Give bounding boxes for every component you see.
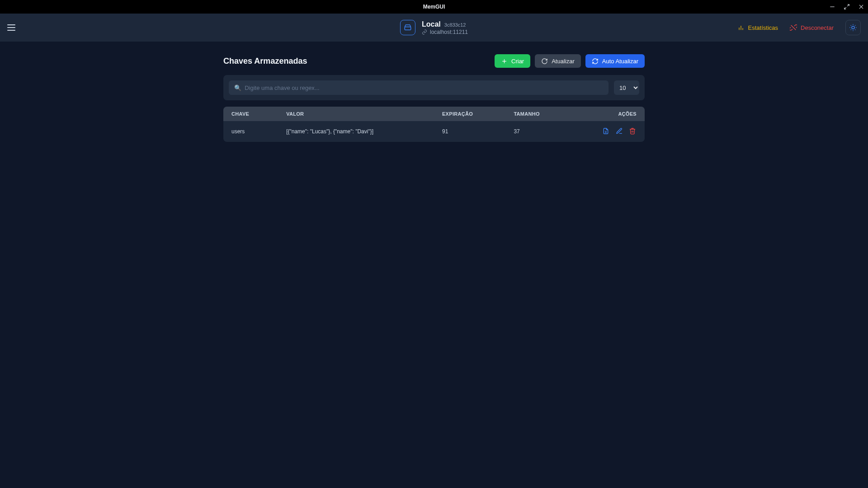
auto-refresh-icon bbox=[592, 58, 599, 65]
col-chave: CHAVE bbox=[223, 107, 278, 121]
maximize-icon bbox=[844, 4, 850, 10]
menu-button[interactable] bbox=[7, 23, 16, 32]
theme-toggle-button[interactable] bbox=[845, 20, 861, 35]
cell-expiracao: 91 bbox=[434, 121, 505, 142]
window-maximize-button[interactable] bbox=[844, 4, 850, 10]
refresh-icon bbox=[541, 58, 548, 65]
cell-chave: users bbox=[223, 121, 278, 142]
cell-valor: [{"name": "Lucas"}, {"name": "Davi"}] bbox=[278, 121, 434, 142]
window-minimize-button[interactable] bbox=[829, 4, 835, 10]
autorefresh-button[interactable]: Auto Atualizar bbox=[585, 54, 645, 68]
col-acoes: AÇÕES bbox=[581, 107, 645, 121]
trash-icon bbox=[629, 127, 636, 135]
svg-line-1 bbox=[847, 5, 849, 6]
link-icon bbox=[422, 29, 427, 35]
refresh-label: Atualizar bbox=[552, 58, 575, 65]
page-size-select[interactable]: 10 bbox=[614, 80, 639, 95]
svg-line-18 bbox=[851, 29, 851, 30]
sun-icon bbox=[849, 23, 857, 32]
cell-tamanho: 37 bbox=[505, 121, 581, 142]
create-button[interactable]: Criar bbox=[495, 54, 530, 68]
col-expiracao: EXPIRAÇÃO bbox=[434, 107, 505, 121]
server-hash: 3c833c12 bbox=[444, 22, 466, 28]
file-icon bbox=[602, 127, 609, 135]
server-icon-badge bbox=[400, 20, 415, 35]
hamburger-icon bbox=[7, 24, 15, 25]
col-tamanho: TAMANHO bbox=[505, 107, 581, 121]
refresh-button[interactable]: Atualizar bbox=[535, 54, 581, 68]
app-header: Local 3c833c12 localhost:11211 Estatísti… bbox=[0, 14, 868, 42]
svg-point-11 bbox=[852, 26, 854, 29]
close-icon bbox=[858, 4, 864, 10]
server-info: Local 3c833c12 localhost:11211 bbox=[400, 20, 468, 35]
window-titlebar: MemGUI bbox=[0, 0, 868, 14]
keys-table: CHAVE VALOR EXPIRAÇÃO TAMANHO AÇÕES user… bbox=[223, 107, 645, 142]
server-name: Local bbox=[422, 20, 441, 28]
svg-rect-5 bbox=[405, 27, 411, 30]
edit-icon bbox=[616, 127, 623, 135]
plus-icon bbox=[501, 58, 508, 65]
server-icon bbox=[404, 23, 412, 32]
page-title: Chaves Armazenadas bbox=[223, 56, 307, 66]
svg-line-15 bbox=[855, 29, 855, 30]
window-title: MemGUI bbox=[423, 4, 445, 10]
stats-link[interactable]: Estatísticas bbox=[737, 24, 778, 31]
unlink-icon bbox=[790, 24, 797, 31]
disconnect-link[interactable]: Desconectar bbox=[790, 24, 834, 31]
create-label: Criar bbox=[511, 58, 524, 65]
view-action[interactable] bbox=[602, 127, 610, 135]
search-card: 10 bbox=[223, 75, 645, 100]
keys-table-card: CHAVE VALOR EXPIRAÇÃO TAMANHO AÇÕES user… bbox=[223, 107, 645, 142]
svg-line-2 bbox=[844, 7, 846, 9]
server-host: localhost:11211 bbox=[430, 29, 468, 35]
svg-line-14 bbox=[851, 25, 851, 26]
search-input[interactable] bbox=[234, 84, 603, 91]
cell-acoes bbox=[581, 121, 645, 142]
col-valor: VALOR bbox=[278, 107, 434, 121]
delete-action[interactable] bbox=[628, 127, 637, 135]
disconnect-label: Desconectar bbox=[801, 24, 834, 31]
minimize-icon bbox=[829, 4, 835, 10]
stats-label: Estatísticas bbox=[748, 24, 778, 31]
window-close-button[interactable] bbox=[858, 4, 864, 10]
search-input-wrap bbox=[229, 80, 609, 95]
edit-action[interactable] bbox=[615, 127, 623, 135]
autorefresh-label: Auto Atualizar bbox=[602, 58, 638, 65]
svg-line-19 bbox=[855, 25, 855, 26]
svg-line-10 bbox=[791, 25, 796, 30]
table-row: users [{"name": "Lucas"}, {"name": "Davi… bbox=[223, 121, 645, 142]
bar-chart-icon bbox=[737, 24, 745, 31]
